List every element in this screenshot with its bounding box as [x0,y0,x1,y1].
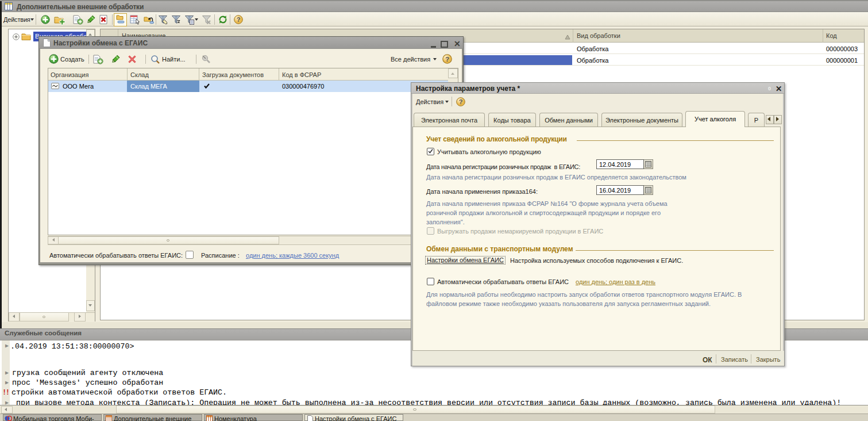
svg-text:?: ? [459,98,463,105]
svg-text:?: ? [237,16,241,23]
svg-text:?: ? [445,55,449,63]
